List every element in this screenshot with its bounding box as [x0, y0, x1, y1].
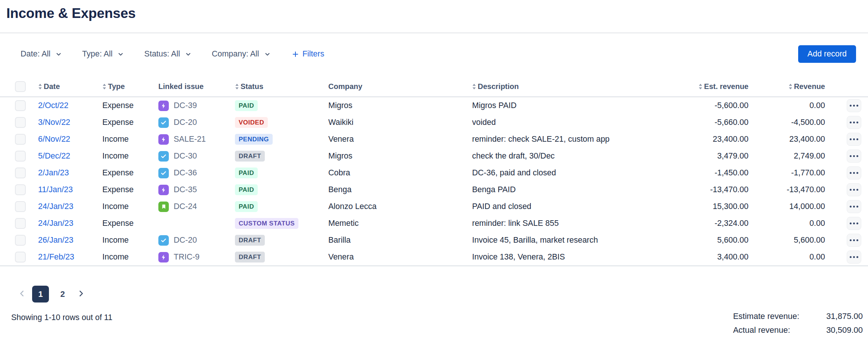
date-link[interactable]: 5/Dec/22 [38, 151, 70, 161]
description-value: voided [472, 118, 496, 127]
row-actions-button[interactable] [847, 150, 861, 163]
est-revenue-value: -5,600.00 [714, 101, 748, 110]
est-revenue-cell: -5,660.00 [676, 118, 748, 127]
row-actions-button[interactable] [847, 217, 861, 230]
table-row: 6/Nov/22 Income SALE-21 PENDING Venera r… [0, 131, 868, 148]
company-cell: Alonzo Lecca [328, 202, 472, 211]
actions-cell [825, 116, 863, 129]
actual-revenue-value: 30,509.00 [803, 325, 863, 335]
row-checkbox[interactable] [15, 117, 26, 128]
row-checkbox[interactable] [15, 218, 26, 229]
page-button-2[interactable]: 2 [54, 286, 71, 302]
row-checkbox[interactable] [15, 252, 26, 262]
filter-dropdown[interactable]: Date: All [21, 49, 62, 59]
type-cell: Income [102, 236, 158, 245]
company-cell: Waikiki [328, 118, 472, 127]
est-revenue-cell: -13,470.00 [676, 185, 748, 194]
row-checkbox[interactable] [15, 235, 26, 246]
column-header-revenue[interactable]: Revenue [748, 82, 825, 91]
date-link[interactable]: 2/Oct/22 [38, 101, 68, 110]
column-header-est_revenue[interactable]: Est. revenue [676, 82, 748, 91]
row-actions-button[interactable] [847, 251, 861, 264]
revenue-value: -1,770.00 [791, 168, 825, 178]
next-page-button[interactable] [75, 286, 87, 302]
estimate-revenue-label: Estimate revenue: [733, 311, 799, 321]
select-all-checkbox[interactable] [15, 81, 26, 92]
date-cell: 3/Nov/22 [38, 118, 102, 127]
est-revenue-cell: 3,400.00 [676, 252, 748, 262]
row-checkbox[interactable] [15, 201, 26, 212]
row-actions-button[interactable] [847, 166, 861, 179]
status-badge: PENDING [235, 134, 273, 145]
date-link[interactable]: 24/Jan/23 [38, 202, 73, 211]
date-link[interactable]: 21/Feb/23 [38, 252, 74, 262]
issue-key[interactable]: DC-39 [174, 101, 197, 110]
column-header-issue: Linked issue [158, 82, 235, 91]
records-table: Date Type Linked issue Status Company De… [0, 76, 868, 266]
date-link[interactable]: 2/Jan/23 [38, 168, 69, 178]
issue-key[interactable]: DC-36 [174, 168, 197, 178]
revenue-cell: -1,770.00 [748, 168, 825, 178]
est-revenue-value: -1,450.00 [714, 168, 748, 178]
date-link[interactable]: 11/Jan/23 [38, 185, 73, 194]
date-link[interactable]: 3/Nov/22 [38, 118, 70, 127]
type-cell: Expense [102, 185, 158, 194]
bookmark-icon [158, 202, 169, 212]
add-record-button[interactable]: Add record [798, 45, 856, 63]
prev-page-button[interactable] [16, 286, 28, 302]
table-row: 24/Jan/23 Income DC-24 PAID Alonzo Lecca… [0, 198, 868, 215]
issue-key[interactable]: DC-20 [174, 118, 197, 127]
revenue-cell: 23,400.00 [748, 135, 825, 144]
table-row: 26/Jan/23 Income DC-20 DRAFT Barilla Inv… [0, 232, 868, 249]
column-label: Est. revenue [704, 82, 748, 91]
column-header-description[interactable]: Description [472, 82, 676, 91]
type-cell: Expense [102, 168, 158, 178]
date-link[interactable]: 6/Nov/22 [38, 135, 70, 144]
row-actions-button[interactable] [847, 99, 861, 112]
issue-key[interactable]: TRIC-9 [174, 252, 199, 262]
sort-icon [472, 83, 476, 90]
column-header-status[interactable]: Status [235, 82, 328, 91]
row-checkbox[interactable] [15, 168, 26, 178]
status-cell: PAID [235, 100, 328, 111]
date-link[interactable]: 26/Jan/23 [38, 236, 73, 245]
column-label: Date [44, 82, 60, 91]
row-checkbox[interactable] [15, 184, 26, 195]
row-actions-button[interactable] [847, 133, 861, 146]
filter-dropdown[interactable]: Type: All [82, 49, 124, 59]
actions-cell [825, 251, 863, 264]
date-cell: 21/Feb/23 [38, 252, 102, 262]
status-badge: PAID [235, 168, 258, 178]
revenue-cell: 0.00 [748, 252, 825, 262]
revenue-value: -4,500.00 [791, 118, 825, 127]
row-checkbox[interactable] [15, 134, 26, 145]
est-revenue-value: 3,400.00 [717, 252, 748, 262]
add-filter-button[interactable]: Filters [292, 49, 325, 59]
linked-issue-cell: DC-20 [158, 235, 235, 246]
est-revenue-value: -13,470.00 [710, 185, 748, 194]
estimate-revenue-value: 31,875.00 [803, 311, 863, 321]
revenue-cell: 5,600.00 [748, 236, 825, 245]
issue-key[interactable]: DC-35 [174, 185, 197, 194]
issue-key[interactable]: SALE-21 [174, 135, 206, 144]
issue-key[interactable]: DC-20 [174, 236, 197, 245]
row-actions-button[interactable] [847, 234, 861, 247]
issue-key[interactable]: DC-24 [174, 202, 197, 211]
description-cell: DC-36, paid and closed [472, 168, 676, 178]
filter-dropdown[interactable]: Status: All [144, 49, 191, 59]
column-header-date[interactable]: Date [38, 82, 102, 91]
filter-dropdown[interactable]: Company: All [212, 49, 270, 59]
row-actions-button[interactable] [847, 116, 861, 129]
issue-key[interactable]: DC-30 [174, 151, 197, 161]
row-checkbox[interactable] [15, 100, 26, 111]
row-actions-button[interactable] [847, 200, 861, 213]
description-cell: reminder: link SALE 855 [472, 219, 676, 228]
company-cell: Venera [328, 252, 472, 262]
actions-cell [825, 99, 863, 112]
row-checkbox[interactable] [15, 151, 26, 162]
column-header-type[interactable]: Type [102, 82, 158, 91]
row-actions-button[interactable] [847, 183, 861, 196]
page-button-1[interactable]: 1 [32, 286, 49, 302]
company-value: Venera [328, 135, 354, 144]
date-link[interactable]: 24/Jan/23 [38, 219, 73, 228]
